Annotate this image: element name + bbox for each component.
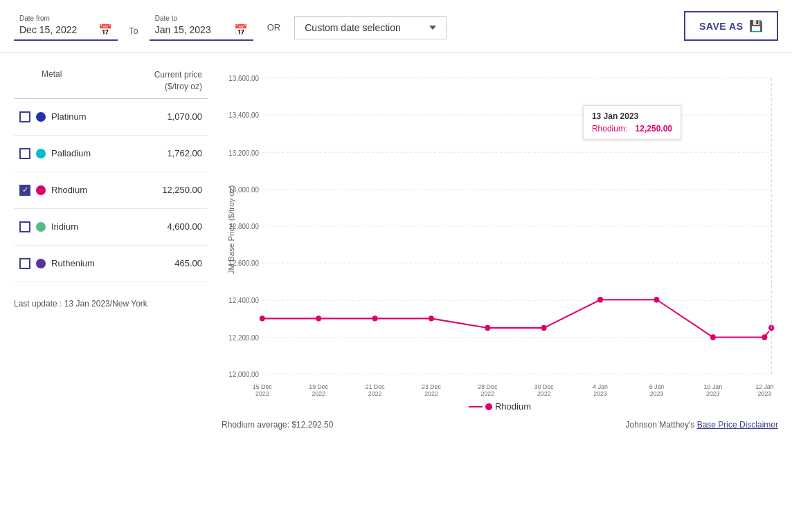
data-point <box>710 334 716 340</box>
date-from-label: Date from <box>19 15 112 22</box>
checkbox-iridium[interactable] <box>19 221 30 232</box>
save-as-label: SAVE AS <box>699 21 743 32</box>
date-from-value: Dec 15, 2022 <box>19 24 77 35</box>
metal-row-platinum: Platinum1,070.00 <box>14 99 208 136</box>
legend-dot-rhodium <box>485 403 492 410</box>
data-point <box>260 315 265 321</box>
svg-text:2022: 2022 <box>481 390 495 396</box>
price-col-header: Current price ($/troy oz) <box>154 69 202 93</box>
checkbox-rhodium[interactable]: ✓ <box>19 185 30 196</box>
svg-text:2022: 2022 <box>537 390 551 396</box>
svg-text:12,800.00: 12,800.00 <box>228 223 259 230</box>
svg-text:2022: 2022 <box>368 390 382 396</box>
svg-text:30 Dec: 30 Dec <box>534 383 554 389</box>
svg-text:2022: 2022 <box>424 390 438 396</box>
data-point <box>654 297 660 302</box>
svg-text:2023: 2023 <box>706 390 720 396</box>
metal-row-palladium: Palladium1,762.00 <box>14 136 208 172</box>
svg-text:13,200.00: 13,200.00 <box>228 149 259 156</box>
price-chart: JM Base Price ($/troy oz) 12,000.00 12,2… <box>222 64 778 396</box>
metal-row-rhodium: ✓Rhodium12,250.00 <box>14 172 208 209</box>
metal-price-iridium: 4,600.00 <box>154 221 202 232</box>
data-point <box>372 315 378 321</box>
chart-footer: Rhodium average: $12,292.50 Johnson Matt… <box>222 414 778 430</box>
svg-text:13,600.00: 13,600.00 <box>228 75 259 82</box>
disclaimer-link[interactable]: Base Price Disclaimer <box>697 420 778 430</box>
metal-name-ruthenium: Ruthenium <box>51 258 148 268</box>
custom-date-select-value: Custom date selection <box>305 22 401 33</box>
date-to-label: Date to <box>155 15 248 22</box>
svg-text:12,400.00: 12,400.00 <box>228 297 259 304</box>
svg-text:4 Jan: 4 Jan <box>593 383 608 389</box>
metal-price-ruthenium: 465.00 <box>154 258 202 268</box>
date-from-field[interactable]: Date from Dec 15, 2022 📅 <box>14 12 118 41</box>
data-point <box>485 325 490 331</box>
svg-text:2023: 2023 <box>758 390 772 396</box>
svg-text:2023: 2023 <box>650 390 664 396</box>
legend-line-rhodium <box>469 406 483 407</box>
svg-text:12,000.00: 12,000.00 <box>228 371 259 378</box>
metal-table: Metal Current price ($/troy oz) Platinum… <box>14 64 208 430</box>
disclaimer-text: Johnson Matthey's <box>626 420 695 430</box>
price-col-label: Current price <box>154 69 202 81</box>
metal-price-platinum: 1,070.00 <box>154 111 202 122</box>
metal-name-palladium: Palladium <box>51 148 148 158</box>
svg-text:15 Dec: 15 Dec <box>253 383 272 389</box>
legend-label-rhodium: Rhodium <box>495 401 531 412</box>
metal-name-rhodium: Rhodium <box>51 185 148 195</box>
svg-text:2022: 2022 <box>255 390 269 396</box>
metal-row-ruthenium: Ruthenium465.00 <box>14 246 208 282</box>
custom-date-select[interactable]: Custom date selection <box>294 16 447 39</box>
color-dot-palladium <box>36 149 46 158</box>
last-update-text: Last update : 13 Jan 2023/New York <box>14 299 147 309</box>
disclaimer: Johnson Matthey's Base Price Disclaimer <box>626 420 778 430</box>
metal-row-iridium: Iridium4,600.00 <box>14 209 208 246</box>
metal-rows: Platinum1,070.00Palladium1,762.00✓Rhodiu… <box>14 99 208 282</box>
average-text: Rhodium average: $12,292.50 <box>222 420 333 430</box>
date-to-value: Jan 15, 2023 <box>155 24 211 35</box>
svg-text:13,000.00: 13,000.00 <box>228 185 259 193</box>
svg-text:19 Dec: 19 Dec <box>309 383 328 389</box>
metal-name-iridium: Iridium <box>51 221 148 232</box>
data-point <box>762 334 767 340</box>
metal-price-palladium: 1,762.00 <box>154 148 202 158</box>
metal-price-rhodium: 12,250.00 <box>154 185 202 195</box>
color-dot-iridium <box>36 222 46 232</box>
data-point <box>316 315 321 321</box>
checkbox-platinum[interactable] <box>19 111 30 122</box>
checkbox-ruthenium[interactable] <box>19 258 30 269</box>
svg-text:21 Dec: 21 Dec <box>366 383 385 389</box>
data-point <box>541 325 547 331</box>
svg-text:12,600.00: 12,600.00 <box>228 259 259 267</box>
svg-text:28 Dec: 28 Dec <box>478 383 497 389</box>
rhodium-line <box>262 300 771 337</box>
legend-item-rhodium: Rhodium <box>469 401 531 412</box>
color-dot-platinum <box>36 112 46 122</box>
date-to-calendar-icon[interactable]: 📅 <box>234 24 248 37</box>
svg-text:6 Jan: 6 Jan <box>649 383 665 389</box>
svg-text:12 Jan: 12 Jan <box>755 383 773 389</box>
to-label: To <box>129 16 138 36</box>
chevron-down-icon <box>429 26 436 30</box>
color-dot-ruthenium <box>36 259 46 268</box>
data-point <box>597 297 603 302</box>
chart-area: JM Base Price ($/troy oz) 12,000.00 12,2… <box>208 64 778 430</box>
chart-container: JM Base Price ($/troy oz) 12,000.00 12,2… <box>222 64 778 396</box>
color-dot-rhodium <box>36 185 46 195</box>
metal-col-header: Metal <box>42 69 62 93</box>
svg-text:2022: 2022 <box>312 390 325 396</box>
date-to-field[interactable]: Date to Jan 15, 2023 📅 <box>150 12 253 41</box>
metal-name-platinum: Platinum <box>51 111 148 122</box>
date-from-calendar-icon[interactable]: 📅 <box>98 24 112 37</box>
chart-legend: Rhodium <box>222 401 778 412</box>
data-point <box>429 315 434 321</box>
svg-text:10 Jan: 10 Jan <box>704 383 722 389</box>
save-icon: 💾 <box>749 19 764 33</box>
svg-text:12,200.00: 12,200.00 <box>228 333 259 341</box>
top-bar: Date from Dec 15, 2022 📅 To Date to Jan … <box>0 0 792 53</box>
checkbox-palladium[interactable] <box>19 148 30 159</box>
last-update: Last update : 13 Jan 2023/New York <box>14 293 208 314</box>
save-as-button[interactable]: SAVE AS 💾 <box>684 11 778 41</box>
metal-table-header: Metal Current price ($/troy oz) <box>14 64 208 99</box>
main-content: Metal Current price ($/troy oz) Platinum… <box>0 53 792 441</box>
